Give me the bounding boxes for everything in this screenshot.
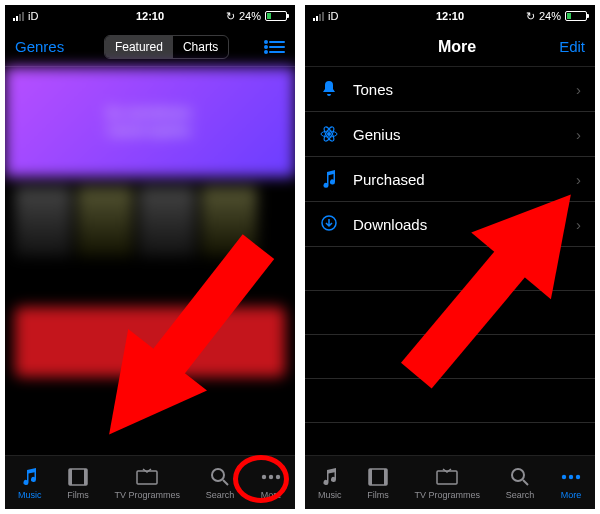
svg-rect-16 [369, 469, 372, 485]
music-note-icon [20, 466, 40, 488]
battery-icon [565, 11, 587, 21]
promo-banner[interactable]: No commitment. Cancel anytime. [5, 67, 295, 177]
seg-featured[interactable]: Featured [105, 36, 173, 58]
svg-rect-18 [437, 471, 457, 484]
clock: 12:10 [5, 10, 295, 22]
row-label: Tones [353, 81, 393, 98]
search-icon [510, 466, 530, 488]
empty-row [305, 379, 595, 423]
svg-rect-3 [137, 471, 157, 484]
row-label: Downloads [353, 216, 427, 233]
tab-bar: Music Films TV Programmes Search More [5, 455, 295, 509]
tab-more[interactable]: More [260, 466, 282, 500]
atom-icon [319, 125, 339, 143]
tv-icon [136, 466, 158, 488]
chevron-right-icon: › [576, 216, 581, 233]
row-downloads[interactable]: Downloads › [305, 202, 595, 247]
purchased-icon [319, 170, 339, 188]
tab-music[interactable]: Music [18, 466, 42, 500]
empty-row [305, 291, 595, 335]
music-note-icon [320, 466, 340, 488]
store-content-blurred: No commitment. Cancel anytime. [5, 67, 295, 377]
chevron-right-icon: › [576, 171, 581, 188]
svg-rect-2 [84, 469, 87, 485]
promo-card[interactable] [15, 307, 285, 377]
tab-films[interactable]: Films [367, 466, 389, 500]
download-icon [319, 215, 339, 233]
svg-point-21 [569, 474, 573, 478]
svg-rect-1 [69, 469, 72, 485]
more-list: Tones › Genius › Purchased › Downloads › [305, 67, 595, 423]
nav-bar: Genres Featured Charts [5, 27, 295, 67]
empty-row [305, 247, 595, 291]
row-purchased[interactable]: Purchased › [305, 157, 595, 202]
tab-music[interactable]: Music [318, 466, 342, 500]
row-label: Purchased [353, 171, 425, 188]
banner-line1: No commitment. [106, 106, 193, 120]
nav-bar: More Edit [305, 27, 595, 67]
bell-icon [319, 80, 339, 98]
status-bar: iD 12:10 ↻ 24% [305, 5, 595, 27]
tab-search[interactable]: Search [206, 466, 235, 500]
battery-icon [265, 11, 287, 21]
chevron-right-icon: › [576, 126, 581, 143]
album-thumb[interactable] [15, 187, 71, 257]
edit-button[interactable]: Edit [559, 38, 585, 55]
svg-point-10 [327, 132, 331, 136]
page-title: More [438, 38, 476, 56]
search-icon [210, 466, 230, 488]
more-dots-icon [260, 466, 282, 488]
tab-tv[interactable]: TV Programmes [114, 466, 180, 500]
phone-left: iD 12:10 ↻ 24% Genres Featured Charts No… [5, 5, 295, 509]
svg-point-19 [512, 469, 524, 481]
chevron-right-icon: › [576, 81, 581, 98]
clock: 12:10 [305, 10, 595, 22]
row-genius[interactable]: Genius › [305, 112, 595, 157]
film-icon [68, 466, 88, 488]
tv-icon [436, 466, 458, 488]
album-thumb[interactable] [139, 187, 195, 257]
more-dots-icon [560, 466, 582, 488]
tab-bar: Music Films TV Programmes Search More [305, 455, 595, 509]
svg-rect-17 [384, 469, 387, 485]
genres-button[interactable]: Genres [15, 38, 64, 55]
list-view-icon[interactable] [269, 41, 285, 53]
album-thumb[interactable] [77, 187, 133, 257]
album-thumb[interactable] [201, 187, 257, 257]
row-label: Genius [353, 126, 401, 143]
svg-point-20 [562, 474, 566, 478]
tab-tv[interactable]: TV Programmes [414, 466, 480, 500]
tab-films[interactable]: Films [67, 466, 89, 500]
svg-point-6 [269, 474, 273, 478]
phone-right: iD 12:10 ↻ 24% More Edit Tones › Genius … [305, 5, 595, 509]
segmented-control[interactable]: Featured Charts [104, 35, 229, 59]
status-bar: iD 12:10 ↻ 24% [5, 5, 295, 27]
tab-search[interactable]: Search [506, 466, 535, 500]
svg-point-22 [576, 474, 580, 478]
film-icon [368, 466, 388, 488]
row-tones[interactable]: Tones › [305, 67, 595, 112]
tab-more[interactable]: More [560, 466, 582, 500]
svg-point-7 [276, 474, 280, 478]
svg-point-4 [212, 469, 224, 481]
svg-point-5 [262, 474, 266, 478]
banner-line2: Cancel anytime. [107, 124, 193, 138]
seg-charts[interactable]: Charts [173, 36, 228, 58]
empty-row [305, 335, 595, 379]
